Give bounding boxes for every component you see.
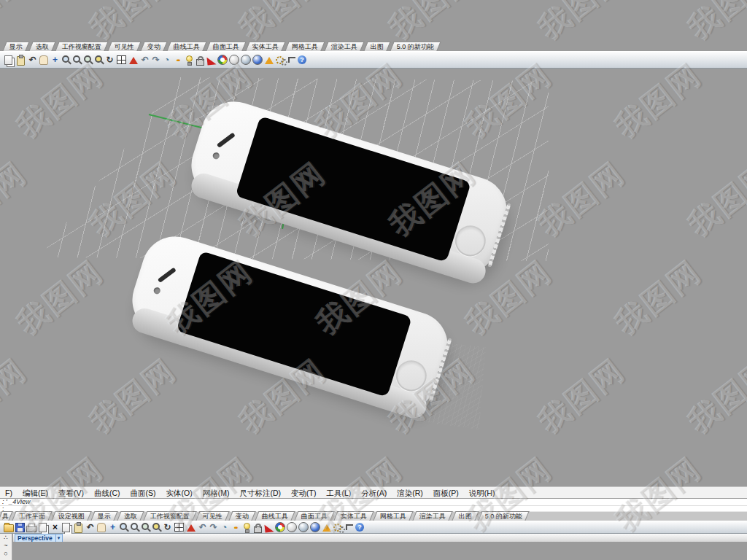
lock-icon[interactable] <box>196 59 204 66</box>
help-icon[interactable] <box>298 55 306 64</box>
rendered-mode-icon[interactable] <box>252 55 263 65</box>
rotate-view-icon[interactable]: ↻ <box>163 522 173 532</box>
bottom-tab-3[interactable]: 显示 <box>90 511 117 521</box>
pan-icon[interactable] <box>39 55 48 65</box>
render-settings-icon[interactable] <box>265 57 274 64</box>
bottom-tab-10[interactable]: 实体工具 <box>333 511 374 521</box>
move-icon[interactable]: + <box>108 522 118 532</box>
print-icon[interactable] <box>26 526 36 532</box>
shaded-mode-icon[interactable] <box>298 522 309 532</box>
top-tab-10[interactable]: 出图 <box>363 42 390 51</box>
second-viewport[interactable] <box>13 542 747 560</box>
curve-tool-icon[interactable]: ~ <box>4 542 7 550</box>
chevron-down-icon[interactable]: ▾ <box>55 534 61 542</box>
zoom-extents-icon[interactable] <box>83 55 93 65</box>
named-view-icon[interactable]: ◔ <box>162 55 172 65</box>
open-file-icon[interactable] <box>4 524 14 532</box>
move-icon[interactable]: + <box>50 55 61 65</box>
command-area[interactable]: : ' _4View : <box>0 498 747 511</box>
menu-item-4[interactable]: 曲面(S) <box>125 488 161 499</box>
perspective-viewport[interactable] <box>0 69 747 486</box>
four-viewports-icon[interactable] <box>174 523 184 532</box>
bottom-tab-1[interactable]: 工作平面 <box>12 511 52 521</box>
zoom-lens-icon[interactable] <box>152 522 162 532</box>
top-tab-6[interactable]: 曲面工具 <box>206 42 246 51</box>
undo-view-icon[interactable]: ↶ <box>140 55 150 65</box>
top-tab-5[interactable]: 曲线工具 <box>166 42 206 51</box>
bottom-tab-5[interactable]: 工作视窗配置 <box>143 511 196 521</box>
menu-item-7[interactable]: 尺寸标注(D) <box>234 488 286 499</box>
copy-icon[interactable] <box>4 55 12 65</box>
bottom-tab-12[interactable]: 渲染工具 <box>412 511 452 521</box>
menu-item-10[interactable]: 分析(A) <box>356 488 392 499</box>
zoom-extents-icon[interactable] <box>141 522 151 532</box>
pan-icon[interactable] <box>97 523 106 532</box>
bottom-tab-7[interactable]: 变动 <box>228 511 255 521</box>
osnap-icon[interactable] <box>231 522 241 532</box>
save-file-icon[interactable] <box>15 523 25 532</box>
menu-item-9[interactable]: 工具(L) <box>321 488 356 499</box>
lamp-icon[interactable] <box>241 522 252 532</box>
cplane-icon[interactable] <box>129 57 138 64</box>
zoom-icon[interactable] <box>61 55 71 65</box>
bottom-tab-0[interactable]: 具 <box>0 511 13 521</box>
top-tab-0[interactable]: 显示 <box>2 42 29 51</box>
bottom-tab-2[interactable]: 设定视图 <box>51 511 91 521</box>
lock-icon[interactable] <box>254 526 262 533</box>
top-tab-8[interactable]: 网格工具 <box>285 42 325 51</box>
bottom-tab-13[interactable]: 出图 <box>452 511 479 521</box>
cplane-icon[interactable] <box>187 524 196 532</box>
menu-item-13[interactable]: 说明(H) <box>464 488 500 499</box>
new-file-icon[interactable] <box>39 523 47 532</box>
zoom-window-icon[interactable] <box>72 55 82 65</box>
render-icon[interactable] <box>206 56 216 65</box>
gears-icon[interactable] <box>276 55 286 65</box>
menu-item-0[interactable]: F) <box>0 488 18 499</box>
menu-item-1[interactable]: 编辑(E) <box>18 488 53 499</box>
zoom-icon[interactable] <box>119 522 129 532</box>
top-tab-1[interactable]: 选取 <box>28 42 55 51</box>
menu-item-5[interactable]: 实体(O) <box>161 488 198 499</box>
osnap-icon[interactable] <box>173 55 183 65</box>
help-icon[interactable] <box>355 523 364 532</box>
top-tab-2[interactable]: 工作视窗配置 <box>55 42 108 51</box>
bottom-tab-6[interactable]: 可见性 <box>196 511 229 521</box>
paste-icon[interactable] <box>17 56 25 66</box>
undo-icon[interactable]: ↶ <box>85 522 96 532</box>
zoom-lens-icon[interactable] <box>94 55 104 65</box>
top-tab-4[interactable]: 变动 <box>140 42 167 51</box>
top-tab-3[interactable]: 可见性 <box>107 42 141 51</box>
gears-icon[interactable] <box>333 522 344 532</box>
top-tab-7[interactable]: 实体工具 <box>245 42 285 51</box>
bottom-tab-4[interactable]: 选取 <box>117 511 144 521</box>
shaded-mode-icon[interactable] <box>241 55 251 65</box>
wireframe-mode-icon[interactable] <box>229 55 239 65</box>
zoom-window-icon[interactable] <box>130 522 140 532</box>
menu-item-6[interactable]: 网格(M) <box>198 488 235 499</box>
paste-icon[interactable] <box>74 524 82 533</box>
delete-icon[interactable]: × <box>50 522 61 532</box>
panel-icon[interactable] <box>287 55 297 65</box>
circle-tool-icon[interactable]: ○ <box>4 550 7 558</box>
lamp-icon[interactable] <box>184 55 194 65</box>
undo-icon[interactable]: ↶ <box>28 55 38 65</box>
copy-icon[interactable] <box>62 523 70 532</box>
rendered-mode-icon[interactable] <box>310 522 320 532</box>
point-tool-icon[interactable]: ∴ <box>4 534 8 542</box>
four-viewports-icon[interactable] <box>117 55 126 64</box>
wireframe-mode-icon[interactable] <box>287 522 297 532</box>
menu-item-11[interactable]: 渲染(R) <box>392 488 428 499</box>
bottom-tab-11[interactable]: 网格工具 <box>373 511 413 521</box>
rotate-view-icon[interactable]: ↻ <box>105 55 115 65</box>
redo-view-icon[interactable]: ↷ <box>151 55 161 65</box>
named-view-icon[interactable]: ◔ <box>220 522 230 532</box>
panel-icon[interactable] <box>344 522 355 532</box>
menu-item-2[interactable]: 查看(V) <box>53 488 89 499</box>
render-icon[interactable] <box>264 524 274 532</box>
bottom-tab-14[interactable]: 5.0 的新功能 <box>478 511 529 521</box>
color-wheel-icon[interactable] <box>217 55 228 65</box>
bottom-tab-8[interactable]: 曲线工具 <box>255 511 295 521</box>
top-tab-11[interactable]: 5.0 的新功能 <box>390 42 441 51</box>
bottom-tab-9[interactable]: 曲面工具 <box>294 511 334 521</box>
color-wheel-icon[interactable] <box>275 522 285 532</box>
